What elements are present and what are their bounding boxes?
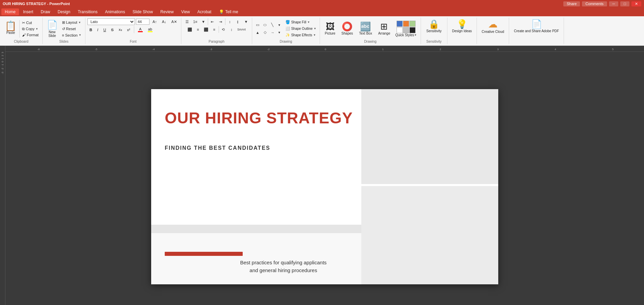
ruler-left: -3 -2 -1 0 1 2 3 [0, 46, 5, 305]
align-left-button[interactable]: ⬛ [186, 26, 194, 33]
shape-effects-row[interactable]: ✨ Shape Effects ▼ [284, 32, 318, 38]
menu-view[interactable]: View [178, 8, 193, 15]
menu-transitions[interactable]: Transitions [74, 8, 101, 15]
sensitivity-button[interactable]: 🔒 Sensitivity [424, 18, 444, 34]
shape-fill-button[interactable]: ▲ [254, 29, 261, 36]
picture-icon: 🖼 [326, 22, 335, 31]
justify-button[interactable]: ≡ [210, 26, 218, 33]
menu-review[interactable]: Review [157, 8, 177, 15]
menu-acrobat[interactable]: Acrobat [194, 8, 215, 15]
ribbon-group-creative-cloud: ☁ Creative Cloud [477, 18, 509, 44]
clear-format-button[interactable]: A✕ [169, 19, 179, 25]
shapes-icon: ⭕ [342, 22, 353, 31]
menu-draw[interactable]: Draw [37, 8, 54, 15]
shapes-button[interactable]: ⭕ Shapes [339, 21, 356, 37]
new-slide-icon: 📄 [47, 20, 58, 30]
bullets-button[interactable]: ☰ [183, 18, 191, 25]
arrange-button2[interactable]: ▼ [277, 29, 282, 36]
slide-body-text[interactable]: Best practices for qualifying applicants… [219, 259, 348, 274]
menu-home[interactable]: Home [1, 8, 19, 15]
paste-button[interactable]: 📋 Paste [2, 20, 20, 38]
shape-line-button[interactable]: ╲ [269, 22, 276, 28]
create-share-pdf-button[interactable]: 📄 Create and Share Adobe PDF [511, 18, 562, 34]
superscript-button[interactable]: x² [125, 27, 132, 33]
menu-animations[interactable]: Animations [102, 8, 128, 15]
text-box-button[interactable]: 🔤 Text Box [356, 21, 375, 37]
lightbulb-icon: 💡 [219, 9, 224, 14]
close-button[interactable]: ✕ [631, 1, 641, 6]
copy-icon: ⧉ [22, 27, 25, 31]
align-text-button[interactable]: ↕ [228, 26, 235, 33]
columns-dropdown[interactable]: ▼ [242, 18, 250, 25]
ribbon-group-sensitivity: 🔒 Sensitivity Sensitivity [421, 18, 447, 44]
clipboard-buttons: 📋 Paste ✂ Cut ⧉ Copy ▼ [2, 20, 40, 38]
columns-button[interactable]: ⫿ [234, 18, 242, 25]
slide-canvas: OUR HIRING STRATEGY FINDING THE BEST CAN… [5, 52, 644, 305]
bullets-dropdown[interactable]: ▼ [200, 18, 207, 25]
font-color-button[interactable]: A [136, 26, 145, 33]
comments-button[interactable]: Comments [582, 1, 607, 6]
strikethrough-button[interactable]: S [109, 27, 116, 33]
layout-icon: ⊞ [62, 20, 65, 25]
shape-outline-row[interactable]: ⬜ Shape Outline ▼ [284, 26, 318, 32]
increase-font-button[interactable]: A↑ [150, 19, 159, 25]
align-center-button[interactable]: ≡ [194, 26, 202, 33]
cut-button[interactable]: ✂ Cut [20, 20, 40, 26]
title-bar: OUR HIRING STRATEGY - PowerPoint Share C… [0, 0, 644, 7]
text-highlight-button[interactable]: ab [146, 26, 155, 33]
line-spacing-button[interactable]: ↕ [226, 18, 234, 25]
slide-title[interactable]: OUR HIRING STRATEGY [165, 109, 353, 127]
quick-styles-button[interactable]: Quick Styles ▼ [394, 19, 419, 38]
menu-slideshow[interactable]: Slide Show [129, 8, 156, 15]
shape-arrow-button[interactable]: → [269, 29, 276, 36]
new-slide-button[interactable]: 📄 NewSlide [45, 18, 60, 39]
format-painter-icon: 🖌 [22, 33, 26, 37]
app-name: OUR HIRING STRATEGY - PowerPoint [3, 2, 70, 6]
paste-label: Paste [6, 31, 15, 35]
menu-tell-me[interactable]: 💡 Tell me [216, 8, 242, 15]
copy-button[interactable]: ⧉ Copy ▼ [20, 26, 40, 32]
slide-right-panel-bottom [361, 186, 498, 284]
layout-button[interactable]: ⊞ Layout ▼ [60, 20, 83, 25]
increase-indent-button[interactable]: ⇥ [217, 18, 224, 25]
font-size-input[interactable] [136, 19, 149, 25]
design-ideas-button[interactable]: 💡 Design Ideas [449, 18, 475, 34]
picture-button[interactable]: 🖼 Picture [322, 21, 338, 37]
decrease-font-button[interactable]: A↓ [160, 19, 168, 25]
shape-oval-button[interactable]: ⬭ [262, 22, 268, 28]
ribbon: 📋 Paste ✂ Cut ⧉ Copy ▼ [0, 16, 644, 46]
italic-button[interactable]: I [95, 27, 100, 33]
bold-button[interactable]: B [87, 27, 94, 33]
workspace: -3 -2 -1 0 1 2 3 -6 -5 -4 -3 -2 0 1 2 3 … [0, 46, 644, 305]
shape-tri-button[interactable]: ◇ [262, 29, 268, 36]
numbering-button[interactable]: 1≡ [192, 18, 199, 25]
shapes-more-button[interactable]: ▼ [277, 22, 282, 28]
menu-insert[interactable]: Insert [20, 8, 37, 15]
clipboard-group-label: Clipboard [2, 39, 40, 43]
ribbon-group-paragraph: ☰ 1≡ ▼ ⇤ ⇥ ↕ ⫿ ▼ ⬛ ≡ ⬛ ≡ ⟲ [181, 18, 252, 44]
shape-fill-row[interactable]: 🪣 Shape Fill ▼ [284, 19, 318, 25]
maximize-button[interactable]: □ [620, 1, 629, 6]
menu-design[interactable]: Design [54, 8, 74, 15]
format-painter-button[interactable]: 🖌 Format [20, 32, 40, 38]
reset-button[interactable]: ↺ Reset [60, 26, 83, 32]
minimize-button[interactable]: ─ [609, 1, 619, 6]
underline-button[interactable]: U [101, 27, 108, 33]
convert-smartart-button[interactable]: SmArt [236, 26, 247, 33]
shape-rect-button[interactable]: ▭ [254, 22, 261, 28]
decrease-indent-button[interactable]: ⇤ [209, 18, 216, 25]
ribbon-group-slides: 📄 NewSlide ⊞ Layout ▼ ↺ Reset [43, 18, 85, 44]
section-button[interactable]: ≡ Section ▼ [60, 33, 83, 38]
arrange-button[interactable]: ⊞ Arrange [376, 21, 393, 37]
text-box-icon: 🔤 [360, 22, 371, 31]
align-right-button[interactable]: ⬛ [202, 26, 210, 33]
fill-bucket-icon: 🪣 [285, 20, 290, 24]
slide-subtitle[interactable]: FINDING THE BEST CANDIDATES [165, 145, 270, 151]
slide[interactable]: OUR HIRING STRATEGY FINDING THE BEST CAN… [151, 89, 498, 284]
titlebar-left: OUR HIRING STRATEGY - PowerPoint [3, 1, 70, 6]
creative-cloud-button[interactable]: ☁ Creative Cloud [479, 18, 507, 35]
text-direction-button[interactable]: ⟲ [220, 26, 227, 33]
share-button[interactable]: Share [563, 1, 580, 6]
subscript-button[interactable]: x₂ [117, 26, 124, 33]
font-name-select[interactable]: Lato [87, 18, 135, 25]
